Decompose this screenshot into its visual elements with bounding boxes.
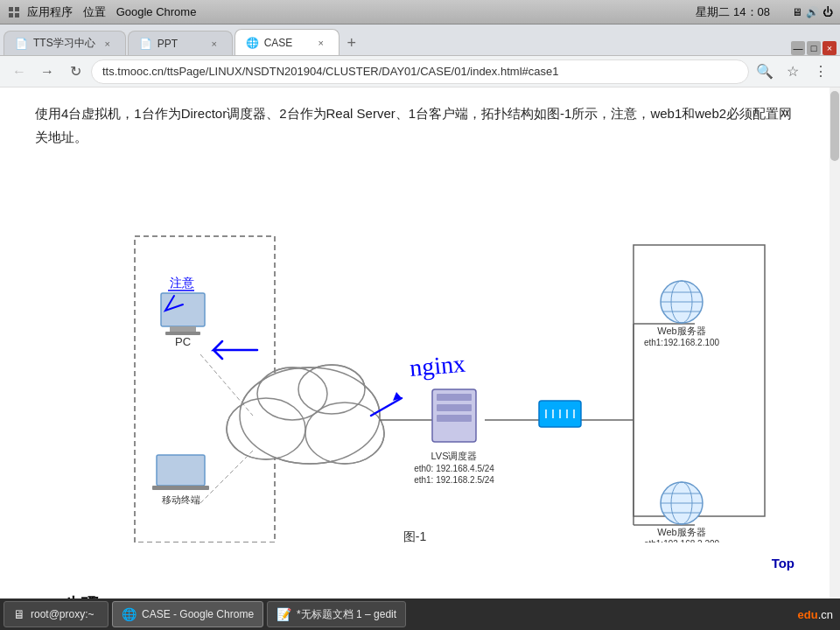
os-topbar: 应用程序 位置 Google Chrome 星期二 14：08 🖥 🔊 ⏻ <box>0 0 840 24</box>
tab-tts-close[interactable]: × <box>101 37 115 51</box>
svg-text:eth0: 192.168.4.5/24: eth0: 192.168.4.5/24 <box>414 464 494 473</box>
top-link[interactable]: Top <box>772 556 794 570</box>
taskbar-terminal[interactable]: 🖥 root@proxy:~ <box>4 601 108 627</box>
os-system-icons: 🖥 🔊 ⏻ <box>792 6 833 18</box>
taskbar: 🖥 root@proxy:~ 🌐 CASE - Google Chrome 📝 … <box>0 598 840 630</box>
taskbar-brand: edu.cn <box>798 602 833 626</box>
switch-icon-group <box>539 401 581 427</box>
svg-rect-38 <box>437 404 472 411</box>
network-diagram-container: PC 移动终端 LVS调度器 eth0: 192.168.4.5/24 <box>38 158 791 542</box>
tab-case-close[interactable]: × <box>314 36 328 50</box>
cloud-shape <box>227 365 384 464</box>
nginx-annotation: nginx <box>409 350 466 382</box>
svg-text:eth1:192.168.2.200: eth1:192.168.2.200 <box>644 539 720 542</box>
pc-icon-group: PC <box>161 293 205 348</box>
position-menu[interactable]: 位置 <box>83 4 106 20</box>
intro-paragraph: 使用4台虚拟机，1台作为Director调度器、2台作为Real Server、… <box>35 102 794 149</box>
address-bar[interactable]: tts.tmooc.cn/ttsPage/LINUX/NSDTN201904/C… <box>91 60 749 84</box>
svg-text:eth1: 192.168.2.5/24: eth1: 192.168.2.5/24 <box>414 475 494 485</box>
svg-point-14 <box>300 367 363 412</box>
tab-case-favicon: 🌐 <box>246 37 259 49</box>
brand-text-2: .cn <box>818 608 833 621</box>
menu-button[interactable]: ⋮ <box>808 60 833 84</box>
svg-rect-39 <box>437 415 472 422</box>
svg-point-12 <box>307 404 382 462</box>
svg-rect-1 <box>15 7 19 11</box>
maximize-button[interactable]: □ <box>807 41 821 55</box>
search-button[interactable]: 🔍 <box>752 60 777 84</box>
tab-case-label: CASE <box>264 37 293 49</box>
scrollbar[interactable] <box>830 88 840 630</box>
tab-tts-favicon: 📄 <box>15 38 28 50</box>
diagram-caption: 图-1 <box>403 529 427 542</box>
taskbar-chrome-label: CASE - Google Chrome <box>142 608 254 620</box>
taskbar-chrome[interactable]: 🌐 CASE - Google Chrome <box>112 601 263 627</box>
taskbar-terminal-label: root@proxy:~ <box>31 608 94 620</box>
tab-case[interactable]: 🌐 CASE × <box>234 29 340 55</box>
nav-right-icons: 🔍 ☆ ⋮ <box>752 60 833 84</box>
svg-rect-33 <box>157 455 205 486</box>
reload-button[interactable]: ↻ <box>63 60 88 84</box>
forward-button[interactable]: → <box>35 60 60 84</box>
svg-text:移动终端: 移动终端 <box>162 494 200 505</box>
svg-rect-25 <box>634 245 765 516</box>
svg-text:LVS调度器: LVS调度器 <box>431 451 478 461</box>
svg-line-21 <box>200 451 253 503</box>
chrome-titlebar: 📄 TTS学习中心 × 📄 PPT × 🌐 CASE × + — □ × <box>0 24 840 56</box>
svg-rect-37 <box>437 394 472 401</box>
new-tab-button[interactable]: + <box>340 31 364 55</box>
brand-text-1: edu <box>798 608 818 621</box>
tab-ppt-close[interactable]: × <box>207 37 221 51</box>
svg-text:PC: PC <box>175 335 191 348</box>
lvs-icon-group: LVS调度器 eth0: 192.168.4.5/24 eth1: 192.16… <box>414 389 494 485</box>
page-container: 使用4台虚拟机，1台作为Director调度器、2台作为Real Server、… <box>0 88 840 630</box>
svg-rect-3 <box>15 13 19 18</box>
svg-rect-30 <box>170 326 196 332</box>
tab-ppt-label: PPT <box>158 38 178 50</box>
back-button[interactable]: ← <box>7 60 32 84</box>
tab-ppt[interactable]: 📄 PPT × <box>128 31 233 55</box>
os-time: 星期二 14：08 <box>696 4 770 20</box>
terminal-icon: 🖥 <box>13 607 25 621</box>
page-content: 使用4台虚拟机，1台作为Director调度器、2台作为Real Server、… <box>0 88 830 630</box>
tab-ppt-favicon: 📄 <box>139 38 152 50</box>
network-diagram: PC 移动终端 LVS调度器 eth0: 192.168.4.5/24 <box>38 158 791 542</box>
address-text: tts.tmooc.cn/ttsPage/LINUX/NSDTN201904/C… <box>102 65 558 78</box>
attention-annotation: 注意 <box>170 276 194 290</box>
scrollbar-thumb[interactable] <box>830 91 839 161</box>
web1-icon-group: Web服务器 eth1:192.168.2.100 <box>644 281 720 347</box>
svg-rect-34 <box>152 486 209 490</box>
close-window-button[interactable]: × <box>822 41 836 55</box>
gedit-icon: 📝 <box>276 607 291 621</box>
svg-text:Web服务器: Web服务器 <box>657 326 705 336</box>
svg-rect-0 <box>9 7 13 11</box>
svg-rect-2 <box>9 13 13 18</box>
minimize-button[interactable]: — <box>791 41 805 55</box>
web2-icon-group: Web服务器 eth1:192.168.2.200 <box>644 482 720 542</box>
svg-text:eth1:192.168.2.100: eth1:192.168.2.100 <box>644 338 720 347</box>
taskbar-gedit-label: *无标题文档 1 – gedit <box>297 607 396 622</box>
browser-menu[interactable]: Google Chrome <box>116 5 197 18</box>
taskbar-gedit[interactable]: 📝 *无标题文档 1 – gedit <box>267 601 406 627</box>
chrome-navbar: ← → ↻ tts.tmooc.cn/ttsPage/LINUX/NSDTN20… <box>0 56 840 88</box>
svg-text:Web服务器: Web服务器 <box>657 527 705 537</box>
tab-tts-label: TTS学习中心 <box>33 36 95 51</box>
apps-menu[interactable]: 应用程序 <box>7 4 73 20</box>
bookmark-button[interactable]: ☆ <box>780 60 805 84</box>
chrome-icon: 🌐 <box>122 607 136 621</box>
tab-tts[interactable]: 📄 TTS学习中心 × <box>4 31 126 55</box>
mobile-icon-group: 移动终端 <box>152 455 209 505</box>
